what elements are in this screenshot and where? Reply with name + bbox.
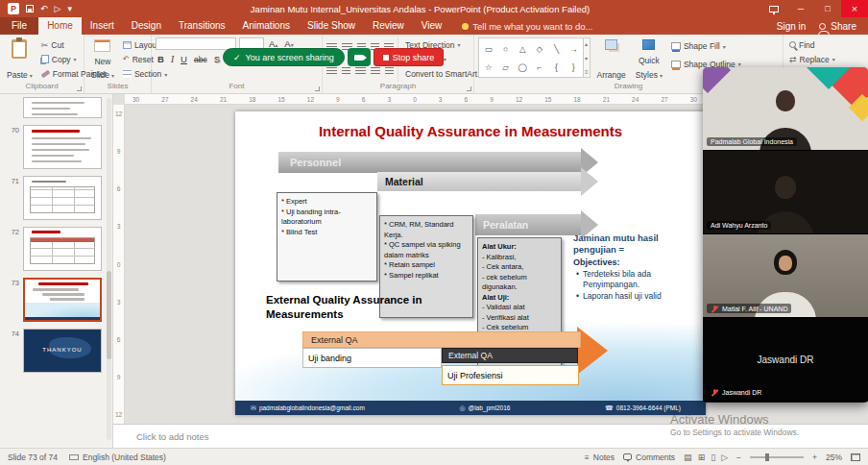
shape-option[interactable]: ╲ [554,44,559,54]
peralatan-arrow-banner[interactable]: Peralatan [475,214,581,235]
share-camera-button[interactable] [348,48,371,66]
uji-profesiensi-textbox[interactable]: Uji Profesiensi [442,365,579,385]
align-right-icon[interactable] [355,67,366,76]
shape-option[interactable]: ◯ [518,62,527,72]
gallery-more-icon[interactable]: ≡ [585,69,589,75]
uji-banding-textbox[interactable]: Uji banding [302,348,442,368]
dialog-launcher-icon[interactable] [315,86,320,91]
stop-share-button[interactable]: Stop share [374,48,445,66]
zoom-out-button[interactable]: − [736,453,741,462]
tab-transitions[interactable]: Transitions [170,17,234,35]
material-arrow-banner[interactable]: Material [377,172,581,191]
language-indicator[interactable]: English (United States) [69,453,166,462]
video-tile-matlal[interactable]: Matlal F. Alif - UNAND [703,234,868,318]
shape-option[interactable]: ☆ [485,62,493,72]
personnel-textbox[interactable]: * Expert * Uji banding intra-laboratoriu… [277,192,377,281]
tab-animations[interactable]: Animations [234,17,299,35]
slide-thumbnail-71[interactable] [23,176,102,220]
tab-design[interactable]: Design [123,17,170,35]
shape-option[interactable]: ○ [503,44,508,54]
zoom-slider[interactable] [750,456,804,458]
tab-home[interactable]: Home [38,17,82,35]
slide-thumbnail-73-selected[interactable] [23,278,102,322]
underline-button[interactable]: U [179,54,189,64]
personnel-arrow-banner[interactable]: Personnel [278,152,581,173]
find-button[interactable]: Find [787,39,837,51]
tab-slide-show[interactable]: Slide Show [299,17,364,35]
zoom-in-button[interactable]: + [812,453,817,462]
scroll-down-icon[interactable]: ▾ [585,55,589,61]
tab-insert[interactable]: Insert [82,17,123,35]
normal-view-button[interactable]: ▤ [684,453,692,462]
shape-option[interactable]: → [569,44,578,54]
start-slideshow-icon[interactable]: ▷ [55,4,61,13]
new-slide-button[interactable]: New Slide▾ [88,37,117,82]
undo-icon[interactable]: ↶ [40,4,48,13]
shape-option[interactable]: ⌐ [537,62,542,72]
shapes-gallery-scrollbar[interactable]: ▴ ▾ ≡ [584,37,591,78]
zoom-level-button[interactable]: 25% [826,453,842,462]
shapes-gallery[interactable]: ▭ ○ △ ◇ ╲ → ☆ ▱ ◯ ⌐ { } [478,37,584,78]
justify-icon[interactable] [371,67,380,76]
minimize-button[interactable]: ─ [787,0,814,17]
shape-fill-button[interactable]: Shape Fill▾ [669,40,743,52]
fit-slide-to-window-button[interactable] [851,453,860,461]
share-button[interactable]: Share [819,21,856,32]
arrange-button[interactable]: Arrange [594,37,629,82]
video-tile-padmalab[interactable]: Padmalab Global Indonesia [703,67,868,151]
slide-footer[interactable]: ✉padmalabglobalindonesia@gmail.com ◎@lab… [235,401,706,415]
text-shadow-button[interactable]: S [212,54,222,64]
slide-thumbnail-72[interactable] [23,227,102,271]
convert-smartart-button[interactable]: Convert to SmartArt▾ [403,68,485,80]
shape-option[interactable]: ▱ [502,62,509,72]
maximize-button[interactable]: □ [814,0,841,17]
tab-review[interactable]: Review [364,17,413,35]
shape-option[interactable]: ◇ [537,44,543,54]
zoom-slider-thumb[interactable] [765,453,769,461]
objectives-list[interactable]: •Terdeteksi bila ada Penyimpangan. •Lapo… [576,269,684,304]
tab-view[interactable]: View [413,17,451,35]
bold-button[interactable]: B [156,54,166,64]
dialog-launcher-icon[interactable] [467,86,471,91]
objectives-label[interactable]: Objectives: [573,257,620,267]
scroll-up-icon[interactable]: ▴ [585,40,589,47]
comments-toggle-button[interactable]: Comments [623,453,675,462]
italic-button[interactable]: I [169,55,176,64]
slide-indicator[interactable]: Slide 73 of 74 [8,453,58,462]
align-center-icon[interactable] [342,67,350,76]
shape-option[interactable]: △ [519,44,526,54]
notes-toggle-button[interactable]: ≡Notes [585,453,615,462]
tell-me-box[interactable]: Tell me what you want to do... [462,17,592,35]
slide-thumbnail-74[interactable]: THANKYOU [23,329,102,373]
thumbnail-scrollbar[interactable] [107,98,111,440]
align-left-icon[interactable] [326,67,337,76]
external-qa-heading[interactable]: External Quality Assurance in Measuremen… [266,293,444,322]
jaminan-mutu-textbox[interactable]: Jaminan mutu hasil pengujian = [573,232,685,256]
slide-sorter-button[interactable]: ⊞ [698,453,706,462]
paste-button[interactable]: Paste▾ [4,37,36,82]
external-qa-banner-1[interactable]: External QA [302,331,581,348]
video-tile-jaswandi[interactable]: Jaswandi DR Jaswandi DR [703,318,868,402]
sign-in-button[interactable]: Sign in [777,21,807,32]
strikethrough-button[interactable]: abc [192,55,209,64]
shape-option[interactable]: } [572,62,575,72]
reading-view-button[interactable]: ▯ [711,453,715,462]
dialog-launcher-icon[interactable] [77,86,82,91]
powerpoint-app-icon[interactable]: P [8,3,19,14]
slide-title[interactable]: Internal Quality Assurance in Measuremen… [264,123,677,139]
slide-thumbnail-69[interactable] [23,97,102,118]
replace-button[interactable]: ⇄Replace▾ [787,54,837,65]
ribbon-display-options-button[interactable] [760,0,787,17]
video-tile-adi[interactable]: Adi Wahyu Arzanto [703,151,868,234]
shape-option[interactable]: { [555,62,558,72]
slideshow-view-button[interactable]: ▷ [721,453,728,462]
external-qa-banner-2[interactable]: External QA [442,348,578,363]
close-button[interactable]: × [841,0,868,17]
save-icon[interactable] [26,5,34,12]
shape-option[interactable]: ▭ [485,44,493,54]
slide-editor[interactable]: Internal Quality Assurance in Measuremen… [235,111,706,415]
quick-styles-button[interactable]: Quick Styles▾ [633,37,665,82]
customize-qat-caret-icon[interactable]: ▾ [67,4,72,13]
slide-thumbnail-70[interactable] [23,125,102,169]
tab-file[interactable]: File [0,17,38,35]
